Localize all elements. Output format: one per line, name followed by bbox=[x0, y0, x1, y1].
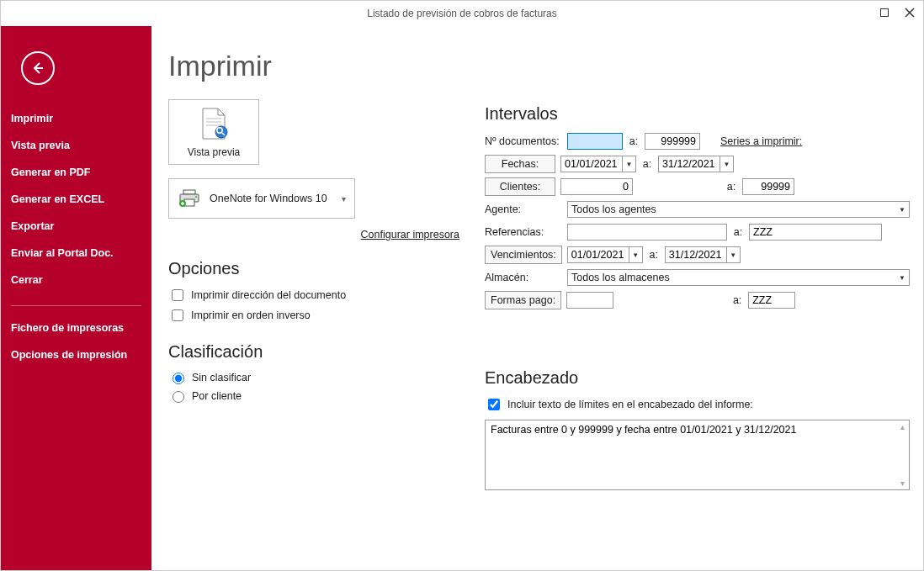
a-label: a: bbox=[641, 158, 653, 170]
referencias-from-input[interactable] bbox=[567, 224, 727, 241]
sidebar-item-enviar-portal[interactable]: Enviar al Portal Doc. bbox=[1, 240, 151, 267]
fecha-to-input[interactable] bbox=[659, 156, 720, 172]
radio-sin-clasificar-label: Sin clasificar bbox=[192, 372, 251, 383]
almacen-select[interactable]: Todos los almacenes ▼ bbox=[567, 269, 910, 286]
agente-value: Todos los agentes bbox=[571, 204, 656, 215]
chevron-down-icon: ▾ bbox=[342, 194, 346, 204]
checkbox-direccion-documento[interactable]: Imprimir dirección del documento bbox=[168, 287, 459, 304]
maximize-icon[interactable] bbox=[876, 4, 893, 21]
printer-name: OneNote for Windows 10 bbox=[210, 193, 327, 204]
checkbox-incluir-texto[interactable]: Incluir texto de límites en el encabezad… bbox=[485, 396, 910, 413]
series-imprimir-link[interactable]: Series a imprimir: bbox=[720, 135, 802, 147]
intervalos-heading: Intervalos bbox=[485, 104, 910, 124]
scrollbar[interactable]: ▴ ▾ bbox=[895, 420, 909, 489]
sidebar-separator bbox=[11, 305, 141, 306]
vencimiento-from-input[interactable] bbox=[568, 247, 629, 262]
agente-label: Agente: bbox=[485, 204, 562, 215]
opciones-heading: Opciones bbox=[168, 259, 459, 278]
a-label: a: bbox=[731, 294, 743, 306]
referencias-label: Referencias: bbox=[485, 226, 562, 238]
content-area: Imprimir Vista previa bbox=[151, 26, 923, 570]
radio-sin-clasificar[interactable]: Sin clasificar bbox=[168, 370, 459, 384]
svg-point-12 bbox=[195, 196, 197, 198]
a-label: a: bbox=[648, 249, 660, 261]
sidebar-item-generar-excel[interactable]: Generar en EXCEL bbox=[1, 186, 151, 213]
vencimientos-button[interactable]: Vencimientos: bbox=[485, 246, 562, 264]
radio-por-cliente-label: Por cliente bbox=[192, 390, 242, 402]
almacen-label: Almacén: bbox=[485, 272, 562, 283]
sidebar-item-imprimir[interactable]: Imprimir bbox=[1, 105, 151, 132]
referencias-to-input[interactable] bbox=[749, 224, 882, 241]
fecha-from-input[interactable] bbox=[561, 156, 622, 172]
a-label: a: bbox=[732, 226, 744, 238]
clientes-from-input[interactable] bbox=[560, 178, 633, 195]
encabezado-heading: Encabezado bbox=[485, 368, 910, 388]
svg-rect-9 bbox=[183, 190, 195, 194]
checkbox-incluir-input[interactable] bbox=[488, 399, 500, 410]
ndocumentos-label: Nº documentos: bbox=[485, 135, 562, 147]
almacen-value: Todos los almacenes bbox=[571, 272, 670, 283]
sidebar-item-fichero-impresoras[interactable]: Fichero de impresoras bbox=[1, 315, 151, 341]
chevron-down-icon[interactable]: ▼ bbox=[720, 156, 733, 172]
checkbox-incluir-label: Incluir texto de límites en el encabezad… bbox=[507, 399, 753, 410]
checkbox-orden-inverso[interactable]: Imprimir en orden inverso bbox=[168, 307, 459, 324]
scroll-down-icon[interactable]: ▾ bbox=[900, 477, 905, 489]
fecha-to-field[interactable]: ▼ bbox=[658, 156, 734, 172]
configurar-impresora-link[interactable]: Configurar impresora bbox=[168, 229, 459, 241]
checkbox-direccion-input[interactable] bbox=[172, 289, 183, 301]
radio-por-cliente[interactable]: Por cliente bbox=[168, 389, 459, 403]
a-label: a: bbox=[628, 135, 640, 147]
vencimiento-from-field[interactable]: ▼ bbox=[567, 246, 643, 263]
chevron-down-icon[interactable]: ▼ bbox=[622, 156, 635, 172]
back-button[interactable] bbox=[21, 51, 55, 85]
printer-icon bbox=[178, 188, 201, 209]
chevron-down-icon[interactable]: ▼ bbox=[629, 247, 642, 262]
document-preview-icon bbox=[199, 107, 228, 143]
chevron-down-icon[interactable]: ▼ bbox=[726, 247, 740, 262]
sidebar-item-exportar[interactable]: Exportar bbox=[1, 213, 151, 240]
ndocumentos-to-input[interactable] bbox=[645, 133, 700, 150]
vencimiento-to-input[interactable] bbox=[666, 247, 726, 262]
radio-sin-clasificar-input[interactable] bbox=[173, 373, 184, 384]
clasificacion-heading: Clasificación bbox=[168, 342, 459, 362]
ndocumentos-from-input[interactable] bbox=[567, 133, 623, 150]
checkbox-orden-input[interactable] bbox=[172, 309, 183, 321]
radio-por-cliente-input[interactable] bbox=[173, 391, 184, 403]
clientes-button[interactable]: Clientes: bbox=[485, 177, 555, 196]
chevron-down-icon: ▼ bbox=[899, 206, 905, 214]
title-bar: Listado de previsión de cobros de factur… bbox=[1, 1, 923, 26]
formas-to-input[interactable] bbox=[748, 292, 795, 309]
vista-previa-label: Vista previa bbox=[188, 146, 240, 158]
chevron-down-icon: ▼ bbox=[899, 274, 905, 282]
scroll-up-icon[interactable]: ▴ bbox=[900, 420, 905, 433]
sidebar-item-opciones-impresion[interactable]: Opciones de impresión bbox=[1, 341, 151, 368]
close-icon[interactable] bbox=[901, 4, 918, 21]
encabezado-textarea[interactable] bbox=[486, 420, 896, 488]
checkbox-direccion-label: Imprimir dirección del documento bbox=[191, 289, 346, 301]
checkbox-orden-label: Imprimir en orden inverso bbox=[191, 309, 311, 321]
window-title: Listado de previsión de cobros de factur… bbox=[367, 8, 556, 19]
clientes-to-input[interactable] bbox=[742, 178, 794, 195]
encabezado-textarea-wrap: ▴ ▾ bbox=[485, 420, 910, 490]
vista-previa-button[interactable]: Vista previa bbox=[168, 99, 259, 165]
sidebar-item-generar-pdf[interactable]: Generar en PDF bbox=[1, 159, 151, 186]
fechas-button[interactable]: Fechas: bbox=[485, 155, 555, 173]
sidebar-item-cerrar[interactable]: Cerrar bbox=[1, 267, 151, 293]
page-title: Imprimir bbox=[168, 50, 906, 82]
sidebar: Imprimir Vista previa Generar en PDF Gen… bbox=[1, 26, 151, 570]
sidebar-item-vista-previa[interactable]: Vista previa bbox=[1, 132, 151, 159]
formas-from-input[interactable] bbox=[566, 292, 613, 309]
formas-pago-button[interactable]: Formas pago: bbox=[485, 291, 561, 309]
printer-select[interactable]: OneNote for Windows 10 ▾ bbox=[168, 178, 355, 219]
a-label: a: bbox=[725, 181, 737, 193]
agente-select[interactable]: Todos los agentes ▼ bbox=[567, 201, 910, 218]
svg-rect-0 bbox=[880, 8, 888, 16]
fecha-from-field[interactable]: ▼ bbox=[560, 156, 636, 172]
vencimiento-to-field[interactable]: ▼ bbox=[665, 246, 741, 263]
